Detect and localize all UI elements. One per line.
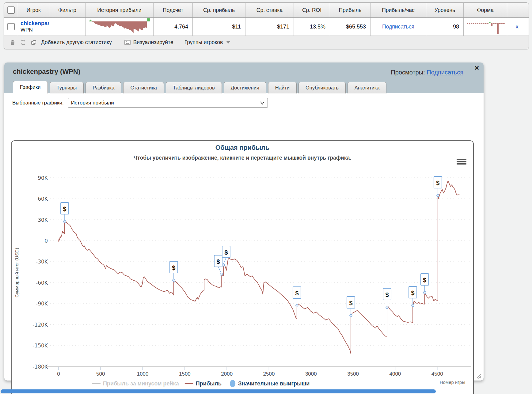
column-header-11[interactable]: Форма [464,3,507,17]
panel-content: Выбранные графики: История прибыли 90K60… [4,93,484,381]
avg-stake-cell: $171 [245,18,294,36]
svg-text:4500: 4500 [431,371,443,377]
level-cell: 98 [426,18,464,36]
tab-3[interactable]: Разбивка [86,82,121,93]
selected-charts-label: Выбранные графики: [12,100,64,106]
player-cell: chickenpastry WPN [18,18,49,36]
refresh-button[interactable] [20,39,26,46]
row-checkbox[interactable] [7,23,15,30]
tab-7[interactable]: Найти [268,82,297,93]
profit-cell: $65,553 [330,18,370,36]
svg-text:$: $ [172,264,175,271]
profit-chart: 90K60K30K0-30K-60K-90K-120K-150K-180K050… [12,141,472,394]
svg-text:-60K: -60K [36,280,48,286]
dropdown-caret-icon [226,41,230,44]
resize-handle[interactable] [476,373,481,379]
svg-text:3000: 3000 [305,371,317,377]
views-label: Просмотры: [391,69,425,76]
select-all-checkbox[interactable] [7,6,15,14]
column-header-5[interactable]: Ср. прибыль [193,3,245,17]
tab-8[interactable]: Опубликовать [298,82,346,93]
subscribe-link[interactable]: Подписаться [382,24,414,30]
panel-tabs: ГрафикиТурнирыРазбивкаСтатистикаТаблицы … [13,82,386,93]
chart-subtitle: Чтобы увеличить изображение, кликните и … [12,155,473,161]
header-checkbox-cell [4,3,18,17]
chart-container[interactable]: 90K60K30K0-30K-60K-90K-120K-150K-180K050… [11,140,474,394]
column-header-empty [507,3,527,17]
tab-6[interactable]: Достижения [224,82,266,93]
add-statistic-label: Добавить другую статистику [41,39,112,46]
chart-title: Общая прибыль [12,144,473,152]
views-subscribe-link[interactable]: Подписаться [427,69,463,76]
copy-icon [31,40,37,46]
tab-1[interactable]: Графики [13,81,48,93]
table-toolbar: Добавить другую статистику Визуализируйт… [4,36,529,49]
profit-history-sparkline [88,18,151,35]
table-row: chickenpastry WPN 4,764 $11 $171 13.5% $… [4,18,529,36]
svg-text:Суммарный итог (USD): Суммарный итог (USD) [14,248,19,297]
legend-item-2[interactable]: Прибыль [196,381,222,387]
views-line: Просмотры: Подписаться [391,69,463,76]
svg-text:Номер игры: Номер игры [440,380,465,385]
column-header-8[interactable]: Прибыль [330,3,370,17]
player-panel: chickenpastry (WPN) Просмотры: Подписать… [4,63,484,381]
chart-menu-icon[interactable] [457,159,466,166]
svg-text:-120K: -120K [32,322,48,328]
page: ИгрокФильтрИстория прибылиПодсчетСр. при… [0,0,532,394]
column-header-6[interactable]: Ср. ставка [245,3,294,17]
svg-text:500: 500 [96,371,105,377]
column-header-7[interactable]: Ср. ROI [294,3,330,17]
player-name-link[interactable]: chickenpastry [21,20,49,27]
chart-select-row: Выбранные графики: История прибыли [12,98,268,108]
count-cell: 4,764 [154,18,193,36]
results-table: ИгрокФильтрИстория прибылиПодсчетСр. при… [4,2,529,49]
svg-text:$: $ [349,300,352,306]
column-header-10[interactable]: Уровень [426,3,464,17]
svg-text:4000: 4000 [389,371,401,377]
trash-icon [10,40,16,46]
column-header-4[interactable]: Подсчет [154,3,193,17]
chart-select-value: История прибыли [71,100,114,106]
tab-4[interactable]: Статистика [123,82,164,93]
svg-text:$: $ [411,290,415,296]
delete-button[interactable] [10,40,16,46]
remove-cell: x [507,18,527,36]
visualize-label: Визуализируйте [133,39,173,46]
close-icon[interactable]: ✕ [474,64,479,72]
svg-text:2500: 2500 [263,371,275,377]
legend-item-1[interactable]: Прибыль за минусом рейка [103,381,179,387]
filter-cell [49,18,86,36]
column-header-2[interactable]: Фильтр [49,3,86,17]
svg-text:1500: 1500 [179,371,191,377]
visualize-button[interactable]: Визуализируйте [124,39,173,46]
svg-text:$: $ [63,206,66,212]
svg-text:2000: 2000 [221,371,233,377]
add-statistic-button[interactable]: Добавить другую статистику [41,39,112,46]
remove-row-link[interactable]: x [516,24,519,30]
svg-text:60K: 60K [38,196,48,202]
player-network: WPN [21,27,33,33]
horizontal-scrollbar[interactable] [1,389,436,393]
refresh-icon [20,39,26,46]
tab-5[interactable]: Таблицы лидеров [166,82,222,93]
tab-9[interactable]: Аналитика [348,82,387,93]
form-mini-chart [466,19,505,34]
image-icon [124,40,131,45]
svg-text:$: $ [224,249,228,256]
copy-button[interactable] [31,40,37,46]
tab-2[interactable]: Турниры [50,82,84,93]
svg-text:30K: 30K [38,217,48,223]
column-header-3[interactable]: История прибыли [86,3,154,17]
svg-text:3500: 3500 [347,371,359,377]
svg-text:$: $ [295,290,298,297]
legend-item-3[interactable]: Значительные выигрыши [238,381,310,387]
svg-text:-90K: -90K [36,301,48,307]
column-header-9[interactable]: Прибыль/час [370,3,426,17]
chart-select[interactable]: История прибыли [68,98,268,108]
svg-text:$: $ [217,258,220,265]
panel-title: chickenpastry (WPN) [13,68,80,76]
player-groups-dropdown[interactable]: Группы игроков [184,39,230,46]
avg-roi-cell: 13.5% [294,18,330,36]
column-header-1[interactable]: Игрок [18,3,49,17]
avg-profit-cell: $11 [193,18,245,36]
